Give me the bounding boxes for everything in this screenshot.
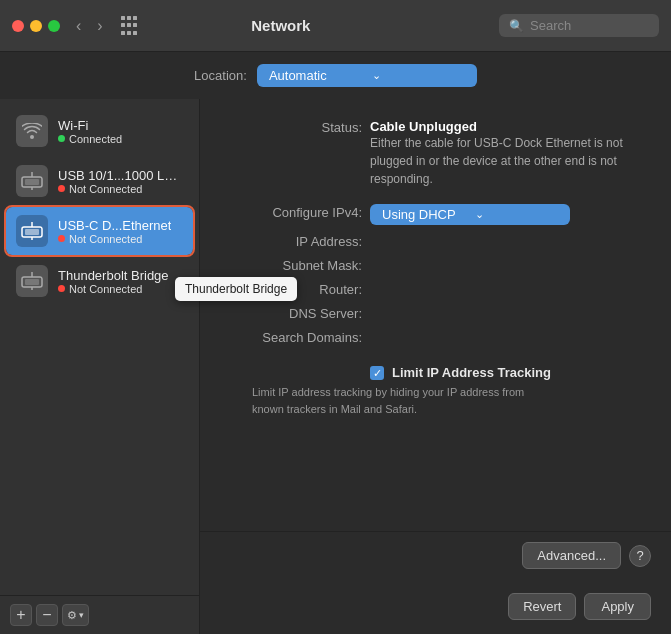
search-domains-row: Search Domains: xyxy=(230,329,641,345)
ipv4-value: Using DHCP xyxy=(382,207,467,222)
thunderbolt-icon xyxy=(16,265,48,297)
sidebar: Wi-Fi Connected xyxy=(0,99,200,634)
remove-network-button[interactable]: − xyxy=(36,604,58,626)
limit-ip-row: ✓ Limit IP Address Tracking xyxy=(370,365,641,380)
sidebar-item-thunderbolt[interactable]: Thunderbolt Bridge Not Connected xyxy=(6,257,193,305)
advanced-button[interactable]: Advanced... xyxy=(522,542,621,569)
ip-label: IP Address: xyxy=(230,233,370,249)
main-area: Location: Automatic ⌄ xyxy=(0,52,671,634)
wifi-status-dot xyxy=(58,135,65,142)
maximize-button[interactable] xyxy=(48,20,60,32)
location-label: Location: xyxy=(194,68,247,83)
advanced-bar: Advanced... ? xyxy=(200,531,671,583)
action-bar: Revert Apply xyxy=(200,583,671,634)
apply-button[interactable]: Apply xyxy=(584,593,651,620)
location-dropdown[interactable]: Automatic ⌄ xyxy=(257,64,477,87)
tooltip: Thunderbolt Bridge xyxy=(175,277,297,301)
add-network-button[interactable]: + xyxy=(10,604,32,626)
svg-rect-1 xyxy=(25,179,39,185)
status-value: Cable Unplugged xyxy=(370,119,641,134)
thunderbolt-status: Not Connected xyxy=(58,283,169,295)
status-desc: Either the cable for USB-C Dock Ethernet… xyxy=(370,134,641,188)
usb-lan-status: Not Connected xyxy=(58,183,178,195)
status-row: Status: Cable Unplugged Either the cable… xyxy=(230,119,641,188)
limit-ip-label: Limit IP Address Tracking xyxy=(392,365,551,380)
usbc-eth-info: USB-C D...Ethernet Not Connected xyxy=(58,218,171,245)
dns-row: DNS Server: xyxy=(230,305,641,321)
usbc-eth-status: Not Connected xyxy=(58,233,171,245)
subnet-label: Subnet Mask: xyxy=(230,257,370,273)
body: Wi-Fi Connected xyxy=(0,99,671,634)
usb-lan-status-dot xyxy=(58,185,65,192)
thunderbolt-status-dot xyxy=(58,285,65,292)
wifi-status: Connected xyxy=(58,133,122,145)
sidebar-item-usb-lan[interactable]: USB 10/1...1000 LAN Not Connected xyxy=(6,157,193,205)
title-bar: ‹ › Network 🔍 xyxy=(0,0,671,52)
revert-button[interactable]: Revert xyxy=(508,593,576,620)
search-box[interactable]: 🔍 xyxy=(499,14,659,37)
network-list: Wi-Fi Connected xyxy=(0,99,199,595)
search-domains-label: Search Domains: xyxy=(230,329,370,345)
location-bar: Location: Automatic ⌄ xyxy=(0,52,671,99)
status-label: Status: xyxy=(230,119,370,135)
window-title: Network xyxy=(71,17,491,34)
subnet-row: Subnet Mask: xyxy=(230,257,641,273)
svg-rect-5 xyxy=(25,229,39,235)
svg-rect-9 xyxy=(25,279,39,285)
help-button[interactable]: ? xyxy=(629,545,651,567)
wifi-name: Wi-Fi xyxy=(58,118,122,133)
search-input[interactable] xyxy=(530,18,649,33)
usbc-eth-icon xyxy=(16,215,48,247)
location-value: Automatic xyxy=(269,68,364,83)
limit-ip-checkbox[interactable]: ✓ xyxy=(370,366,384,380)
dns-label: DNS Server: xyxy=(230,305,370,321)
ipv4-row: Configure IPv4: Using DHCP ⌄ xyxy=(230,204,641,225)
search-icon: 🔍 xyxy=(509,19,524,33)
settings-dropdown-button[interactable]: ⚙ ▾ xyxy=(62,604,89,626)
usb-lan-icon xyxy=(16,165,48,197)
ip-row: IP Address: xyxy=(230,233,641,249)
wifi-icon xyxy=(16,115,48,147)
minimize-button[interactable] xyxy=(30,20,42,32)
sidebar-item-usbc-eth[interactable]: USB-C D...Ethernet Not Connected xyxy=(6,207,193,255)
close-button[interactable] xyxy=(12,20,24,32)
sidebar-footer: + − ⚙ ▾ xyxy=(0,595,199,634)
usbc-eth-status-dot xyxy=(58,235,65,242)
usb-lan-info: USB 10/1...1000 LAN Not Connected xyxy=(58,168,178,195)
traffic-lights xyxy=(12,20,60,32)
ipv4-dropdown[interactable]: Using DHCP ⌄ xyxy=(370,204,570,225)
gear-icon: ⚙ xyxy=(67,609,77,622)
sidebar-item-wifi[interactable]: Wi-Fi Connected xyxy=(6,107,193,155)
chevron-icon: ▾ xyxy=(79,610,84,620)
ipv4-label: Configure IPv4: xyxy=(230,204,370,220)
wifi-info: Wi-Fi Connected xyxy=(58,118,122,145)
ipv4-chevron-icon: ⌄ xyxy=(475,208,560,221)
thunderbolt-info: Thunderbolt Bridge Not Connected xyxy=(58,268,169,295)
chevron-down-icon: ⌄ xyxy=(372,69,467,82)
usb-lan-name: USB 10/1...1000 LAN xyxy=(58,168,178,183)
thunderbolt-name: Thunderbolt Bridge xyxy=(58,268,169,283)
limit-ip-description: Limit IP address tracking by hiding your… xyxy=(252,384,552,417)
detail-panel: Status: Cable Unplugged Either the cable… xyxy=(200,99,671,531)
usbc-eth-name: USB-C D...Ethernet xyxy=(58,218,171,233)
